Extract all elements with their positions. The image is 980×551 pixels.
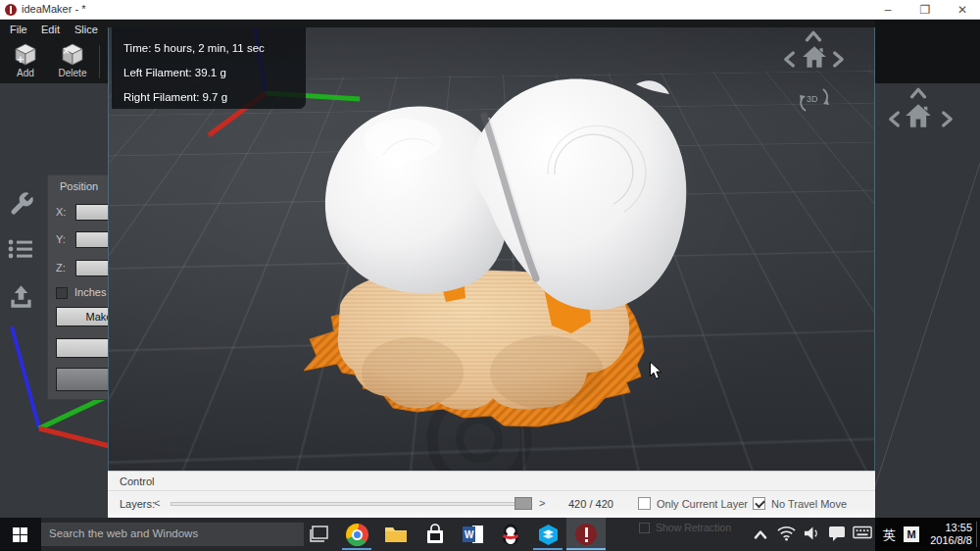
delete-button[interactable]: × Delete <box>51 41 94 82</box>
title-bar: ideaMaker - * – ❐ ✕ <box>0 0 980 20</box>
only-current-layer-label: Only Current Layer <box>657 498 748 510</box>
task-view-button[interactable] <box>300 518 337 551</box>
running-indicator-ideamaker <box>566 548 606 550</box>
x-label: X: <box>56 206 66 218</box>
z-input[interactable]: 31.2 <box>75 260 108 276</box>
start-button[interactable] <box>0 518 41 551</box>
taskbar-word[interactable]: W <box>455 518 492 551</box>
layer-prev-button[interactable]: < <box>154 497 160 509</box>
show-desktop-button[interactable] <box>976 522 977 547</box>
mouse-cursor <box>649 361 662 380</box>
speaker-icon[interactable] <box>804 526 820 541</box>
inches-label: Inches <box>74 286 106 298</box>
no-travel-move-label: No Travel Move <box>771 498 847 510</box>
panel-button-2[interactable] <box>56 338 108 358</box>
add-button[interactable]: + Add <box>4 41 47 82</box>
ghost-show-retraction: Show Retraction <box>639 522 731 533</box>
home-view-button-2[interactable] <box>905 102 932 129</box>
taskbar-chrome[interactable] <box>338 518 375 551</box>
maximize-button[interactable]: ❐ <box>911 2 939 18</box>
make-center-button[interactable]: Make Center <box>56 307 108 326</box>
only-current-layer-checkbox[interactable] <box>638 497 651 510</box>
left-filament: Left Filament: 39.1 g <box>123 61 306 85</box>
running-indicator-chrome <box>342 548 371 550</box>
menu-slice[interactable]: Slice <box>74 22 98 38</box>
word-icon: W <box>462 524 485 545</box>
ideamaker-icon <box>575 524 597 545</box>
layer-control-bar: Control Layers: < > 420 / 420 Only Curre… <box>108 471 875 518</box>
close-button[interactable]: ✕ <box>949 2 976 18</box>
menu-file[interactable]: File <box>10 22 27 38</box>
rotate-3d-label: 3D <box>807 94 818 104</box>
ghost-checkbox <box>639 523 650 533</box>
x-input[interactable]: 0.00 <box>75 204 108 221</box>
view-left-button-2[interactable] <box>888 110 901 129</box>
chrome-icon <box>346 524 368 546</box>
view-up-button-2[interactable] <box>908 86 928 99</box>
windows-logo-icon <box>13 527 27 542</box>
ime-mode-indicator[interactable]: M <box>904 526 919 542</box>
window-title: ideaMaker - * <box>22 3 85 15</box>
ideamaker-window: ideaMaker - * – ❐ ✕ File Edit Slice + Ad… <box>0 0 980 551</box>
windows-taskbar: Show Retraction Search the web and Windo… <box>0 518 980 551</box>
inches-checkbox[interactable] <box>56 287 68 299</box>
layer-next-button[interactable]: > <box>539 497 545 509</box>
list-icon[interactable] <box>8 238 33 264</box>
tray-date: 2016/8/8 <box>919 534 972 547</box>
ime-language-indicator[interactable]: 英 <box>883 526 896 544</box>
taskbar-ideamaker[interactable] <box>566 518 606 551</box>
right-header-band <box>875 20 980 83</box>
taskbar-qq[interactable] <box>492 518 529 551</box>
taskbar-store[interactable] <box>416 518 454 551</box>
tim-icon <box>537 524 560 546</box>
background-grid-line <box>864 118 980 519</box>
settings-wrench-icon[interactable] <box>8 190 35 222</box>
print-info-overlay: Time: 5 hours, 2 min, 11 sec Left Filame… <box>112 27 306 109</box>
add-cube-icon: + <box>13 41 38 67</box>
clock[interactable]: 13:55 2016/8/8 <box>919 522 972 547</box>
layer-slider-handle[interactable] <box>514 497 532 510</box>
panel-button-3[interactable] <box>56 368 108 391</box>
no-travel-move-checkbox[interactable] <box>753 497 765 510</box>
touch-keyboard-icon[interactable] <box>853 526 872 539</box>
view-up-button[interactable] <box>804 29 823 42</box>
toolbar-separator <box>99 45 100 78</box>
control-separator <box>108 490 875 491</box>
view-right-button-2[interactable] <box>942 110 955 129</box>
view-left-button[interactable] <box>783 50 796 70</box>
layer-slider-track[interactable] <box>171 502 529 506</box>
action-center-icon[interactable] <box>828 526 846 542</box>
home-view-button[interactable] <box>802 44 827 70</box>
control-title: Control <box>120 476 154 487</box>
layers-label: Layers: <box>120 498 155 510</box>
right-panel-area <box>875 20 980 518</box>
menu-edit[interactable]: Edit <box>41 22 60 38</box>
view-right-button[interactable] <box>833 50 846 70</box>
running-indicator-tim <box>533 548 563 550</box>
folder-icon <box>384 525 408 544</box>
taskbar-tim[interactable] <box>529 518 566 551</box>
store-bag-icon <box>424 524 446 545</box>
svg-text:×: × <box>63 44 70 58</box>
position-panel: Position X: 0.00 Y: 0.00 Z: 31.2 Inches … <box>47 175 108 400</box>
export-upload-icon[interactable] <box>8 284 34 315</box>
print-time: Time: 5 hours, 2 min, 11 sec <box>123 36 306 61</box>
delete-label: Delete <box>51 68 94 78</box>
y-label: Y: <box>56 233 66 245</box>
taskbar-search[interactable]: Search the web and Windows <box>41 523 304 546</box>
y-input[interactable]: 0.00 <box>75 231 108 248</box>
svg-text:W: W <box>465 529 474 540</box>
search-placeholder: Search the web and Windows <box>49 527 198 539</box>
viewport-3d[interactable]: Time: 5 hours, 2 min, 11 sec Left Filame… <box>108 27 875 471</box>
position-panel-title: Position <box>60 180 98 192</box>
minimize-button[interactable]: – <box>874 2 902 18</box>
view-nav-widget-secondary <box>879 86 967 155</box>
taskbar-explorer[interactable] <box>377 518 415 551</box>
wifi-icon[interactable] <box>777 526 796 541</box>
layer-counter: 420 / 420 <box>568 498 613 510</box>
svg-text:+: + <box>17 52 24 67</box>
tray-expand-icon[interactable] <box>753 529 768 539</box>
z-label: Z: <box>56 262 66 274</box>
qq-penguin-icon <box>501 524 520 546</box>
delete-cube-icon: × <box>60 41 85 67</box>
